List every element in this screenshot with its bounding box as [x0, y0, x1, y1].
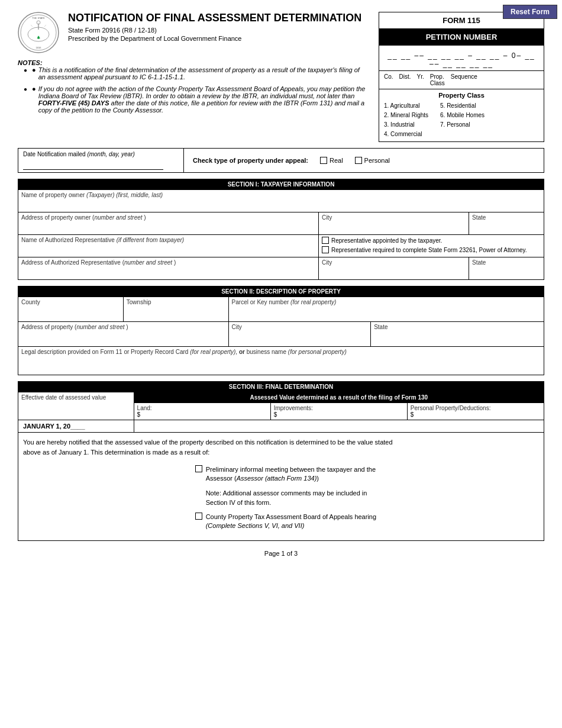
det-checkbox1[interactable] [195, 465, 202, 472]
county-input[interactable] [21, 305, 120, 320]
section2-table: SECTION II: DESCRIPTION OF PROPERTY Coun… [18, 286, 544, 375]
rep-option1[interactable]: Representative appointed by the taxpayer… [322, 237, 541, 244]
city-input[interactable] [322, 221, 466, 233]
prop-state-input[interactable] [374, 330, 541, 344]
note2-text: If you do not agree with the action of t… [38, 85, 367, 114]
property-class-right: 5. Residential 6. Mobile Homes 7. Person… [440, 101, 485, 139]
rep-city-input[interactable] [322, 266, 466, 278]
det-option2[interactable]: County Property Tax Assessment Board of … [195, 513, 539, 531]
det-option1-text: Preliminary informal meeting between the… [206, 465, 376, 484]
svg-text:THE STATE: THE STATE [32, 17, 45, 20]
rep-options: Representative appointed by the taxpayer… [322, 237, 541, 253]
legal-label: Legal description provided on Form 11 or… [21, 349, 541, 355]
rep-address-label: Address of Authorized Representative (nu… [21, 259, 315, 266]
parcel-input[interactable] [232, 305, 541, 320]
date-label: Date Notification mailed (month, day, ye… [23, 151, 135, 157]
note2-bold: FORTY-FIVE (45) DAYS [38, 99, 109, 107]
det-option1[interactable]: Preliminary informal meeting between the… [195, 465, 539, 484]
improvements-label: Improvements: [274, 405, 404, 411]
city-label: City [322, 214, 466, 221]
state-input[interactable] [472, 221, 541, 233]
note-bullet2: ● [32, 85, 36, 92]
parcel-label: Parcel or Key number (for real property) [232, 299, 541, 305]
form-title: NOTIFICATION OF FINAL ASSESSMENT DETERMI… [68, 12, 367, 24]
rep-address-input[interactable] [21, 266, 315, 278]
date-input[interactable] [23, 162, 163, 170]
legal-input[interactable] [21, 355, 541, 373]
notification-text1: You are hereby notified that the assesse… [23, 439, 393, 446]
real-label: Real [330, 157, 343, 164]
form-number-box: FORM 115 PETITION NUMBER __ __ –– __ __ … [379, 12, 544, 142]
section2-header: SECTION II: DESCRIPTION OF PROPERTY [18, 286, 544, 297]
personal-option[interactable]: Personal [355, 157, 390, 164]
petition-number-header: PETITION NUMBER [379, 29, 544, 46]
header-text: NOTIFICATION OF FINAL ASSESSMENT DETERMI… [68, 12, 367, 43]
prop-state-label: State [374, 324, 541, 330]
address-input[interactable] [21, 221, 315, 233]
rep-option2[interactable]: Representative required to complete Stat… [322, 246, 541, 253]
date-check-row: Date Notification mailed (month, day, ye… [18, 148, 544, 173]
notes-label: NOTES: [18, 59, 43, 66]
personal-checkbox[interactable] [355, 157, 362, 164]
svg-line-10 [44, 25, 46, 27]
svg-point-1 [21, 15, 56, 50]
county-label: County [21, 299, 120, 305]
page-number: Page 1 of 3 [18, 550, 544, 563]
check-type-area: Check type of property under appeal: Rea… [184, 154, 544, 166]
assessed-header: Assessed Value determined as a result of… [134, 392, 544, 403]
date-field: Date Notification mailed (month, day, ye… [18, 149, 184, 172]
rep-state-label: State [472, 259, 541, 266]
prop-city-label: City [232, 324, 368, 330]
state-label: State [472, 214, 541, 221]
check-type-label: Check type of property under appeal: [193, 157, 308, 164]
prop-address-label: Address of property (number and street ) [21, 324, 225, 330]
det-checkbox2[interactable] [195, 513, 202, 520]
rep-name-label: Name of Authorized Representative (if di… [21, 237, 315, 243]
reset-button[interactable]: Reset Form [503, 5, 557, 19]
effective-date-label: Effective date of assessed value [21, 394, 131, 401]
rep-name-input[interactable] [21, 243, 315, 255]
property-class-title: Property Class [384, 92, 539, 99]
note-bullet: ● [32, 66, 36, 73]
prop-city-input[interactable] [232, 330, 368, 344]
real-checkbox[interactable] [320, 157, 327, 164]
rep-state-input[interactable] [472, 266, 541, 278]
rep-option2-label: Representative required to complete Stat… [331, 247, 527, 253]
rep-city-label: City [322, 259, 466, 266]
determination-options: Preliminary informal meeting between the… [195, 465, 539, 531]
rep-checkbox2[interactable] [322, 246, 329, 253]
personal-label: Personal [364, 157, 390, 164]
form-subtitle2: Prescribed by the Department of Local Go… [68, 35, 367, 42]
svg-text:🌲: 🌲 [37, 36, 41, 40]
township-input[interactable] [127, 305, 225, 320]
property-class-left: 1. Agricultural 2. Mineral Rights 3. Ind… [384, 101, 428, 139]
township-label: Township [127, 299, 225, 305]
section3-table: SECTION III: FINAL DETERMINATION Effecti… [18, 381, 544, 541]
taxpayer-name-input[interactable] [21, 198, 541, 210]
section3-header: SECTION III: FINAL DETERMINATION [18, 382, 544, 392]
petition-fields: Co. Dist. Yr. Prop.Class Sequence [379, 71, 544, 89]
state-seal: THE STATE 1816 🌲 [18, 12, 59, 53]
notes-section: NOTES: ● This is a notification of the f… [18, 59, 367, 114]
address-label: Address of property owner (number and st… [21, 214, 315, 221]
january-date: JANUARY 1, 20____ [23, 423, 129, 430]
svg-line-8 [31, 25, 33, 27]
note-text: Note: Additional assessor comments may b… [206, 488, 539, 508]
section1-table: SECTION I: TAXPAYER INFORMATION Name of … [18, 179, 544, 280]
rep-option1-label: Representative appointed by the taxpayer… [331, 237, 442, 244]
petition-number-line: __ __ –– __ __ __ – __ __ – 0– __ –– __ … [379, 46, 544, 71]
property-class-box: Property Class 1. Agricultural 2. Minera… [379, 89, 544, 141]
land-value[interactable]: $ [137, 411, 267, 418]
land-label: Land: [137, 405, 267, 411]
personal-value[interactable]: $ [411, 411, 541, 418]
form-subtitle1: State Form 20916 (R8 / 12-18) [68, 27, 367, 34]
improvements-value[interactable]: $ [274, 411, 404, 418]
taxpayer-name-label: Name of property owner (Taxpayer) (first… [21, 192, 541, 198]
note1-text: This is a notification of the final dete… [38, 66, 367, 80]
rep-checkbox1[interactable] [322, 237, 329, 244]
personal-prop-label: Personal Property/Deductions: [411, 405, 541, 411]
real-option[interactable]: Real [320, 157, 343, 164]
svg-text:1816: 1816 [36, 46, 42, 49]
notification-text2: above as of January 1. This determinatio… [23, 449, 209, 456]
prop-address-input[interactable] [21, 330, 225, 344]
